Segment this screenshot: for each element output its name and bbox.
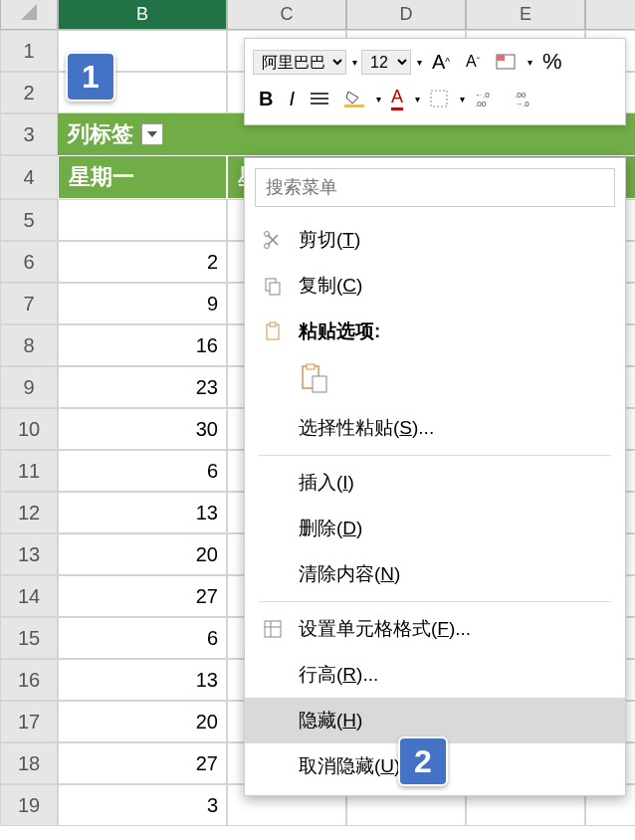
pivot-day-monday[interactable]: 星期一 — [58, 155, 227, 199]
column-header-f[interactable]: F — [585, 0, 635, 30]
border-button[interactable] — [424, 86, 454, 111]
row-header-2[interactable]: 2 — [0, 72, 58, 113]
border-icon — [430, 90, 448, 107]
fill-color-button[interactable] — [338, 86, 370, 111]
row-header-4[interactable]: 4 — [0, 155, 58, 199]
cell-b5[interactable] — [58, 199, 227, 241]
pivot-filter-button[interactable] — [141, 123, 163, 145]
chevron-down-icon: ▾ — [528, 57, 532, 68]
menu-row-height-label: 行高(R)... — [299, 662, 378, 688]
mini-toolbar: 阿里巴巴 ▾ 12 ▾ A^ Aˇ ▾ % B I ▾ A ▾ ▾ — [244, 38, 626, 125]
cell-b10[interactable]: 30 — [58, 408, 227, 450]
menu-delete[interactable]: 删除(D) — [245, 506, 625, 551]
callout-2: 2 — [398, 736, 448, 786]
callout-1: 1 — [66, 52, 115, 102]
font-size-select[interactable]: 12 — [361, 50, 411, 75]
chevron-down-icon — [147, 131, 157, 137]
chevron-down-icon: ▾ — [415, 94, 420, 105]
svg-rect-1 — [497, 55, 505, 61]
svg-text:→.0: →.0 — [515, 100, 529, 107]
row-header-3[interactable]: 3 — [0, 113, 58, 155]
row-header-9[interactable]: 9 — [0, 366, 58, 408]
menu-paste-special-label: 选择性粘贴(S)... — [299, 415, 434, 441]
menu-paste-options: 粘贴选项: — [245, 309, 625, 354]
italic-button[interactable]: I — [283, 84, 301, 114]
cell-b7[interactable]: 9 — [58, 283, 227, 324]
svg-text:.00: .00 — [475, 100, 487, 107]
cell-b16[interactable]: 13 — [58, 659, 227, 701]
align-icon — [311, 92, 328, 105]
font-name-select[interactable]: 阿里巴巴 — [253, 50, 346, 75]
svg-rect-19 — [313, 376, 326, 392]
column-header-b[interactable]: B — [58, 0, 227, 30]
cell-b11[interactable]: 6 — [58, 450, 227, 492]
menu-paste-special[interactable]: 选择性粘贴(S)... — [245, 405, 625, 451]
percent-button[interactable]: % — [536, 45, 568, 79]
row-header-7[interactable]: 7 — [0, 283, 58, 324]
row-header-8[interactable]: 8 — [0, 324, 58, 366]
menu-format-cells[interactable]: 设置单元格格式(F)... — [245, 606, 625, 652]
cell-b13[interactable]: 20 — [58, 533, 227, 575]
copy-icon — [259, 276, 287, 296]
svg-text:.00: .00 — [515, 91, 527, 100]
clipboard-icon — [259, 321, 287, 341]
menu-copy[interactable]: 复制(C) — [245, 263, 625, 309]
cell-b9[interactable]: 23 — [58, 366, 227, 408]
cell-b14[interactable]: 27 — [58, 575, 227, 617]
menu-insert[interactable]: 插入(I) — [245, 460, 625, 506]
row-header-19[interactable]: 19 — [0, 784, 58, 826]
cell-b8[interactable]: 16 — [58, 324, 227, 366]
decrease-decimal-button[interactable]: .00→.0 — [509, 86, 544, 111]
row-header-10[interactable]: 10 — [0, 408, 58, 450]
fill-icon — [344, 90, 364, 107]
merge-button[interactable] — [490, 50, 522, 74]
row-header-13[interactable]: 13 — [0, 533, 58, 575]
menu-row-height[interactable]: 行高(R)... — [245, 652, 625, 698]
cell-b18[interactable]: 27 — [58, 742, 227, 784]
increase-font-button[interactable]: A^ — [426, 47, 456, 78]
menu-cut[interactable]: 剪切(T) — [245, 217, 625, 263]
font-color-button[interactable]: A — [385, 83, 409, 114]
cell-b12[interactable]: 13 — [58, 492, 227, 533]
menu-search-input[interactable] — [255, 168, 615, 207]
increase-decimal-button[interactable]: ←.0.00 — [469, 86, 505, 111]
menu-clear-label: 清除内容(N) — [299, 561, 400, 587]
row-header-6[interactable]: 6 — [0, 241, 58, 283]
row-header-14[interactable]: 14 — [0, 575, 58, 617]
increase-decimal-icon: ←.0.00 — [475, 90, 499, 107]
svg-rect-5 — [344, 105, 364, 107]
menu-cut-label: 剪切(T) — [299, 227, 360, 253]
bold-button[interactable]: B — [253, 84, 279, 114]
scissors-icon — [259, 230, 287, 250]
row-header-16[interactable]: 16 — [0, 659, 58, 701]
cell-b15[interactable]: 6 — [58, 617, 227, 659]
menu-clear-contents[interactable]: 清除内容(N) — [245, 551, 625, 597]
row-header-12[interactable]: 12 — [0, 492, 58, 533]
select-all-corner[interactable] — [0, 0, 58, 30]
row-header-5[interactable]: 5 — [0, 199, 58, 241]
column-header-d[interactable]: D — [346, 0, 466, 30]
column-header-e[interactable]: E — [466, 0, 585, 30]
merge-icon — [496, 54, 516, 70]
menu-delete-label: 删除(D) — [299, 516, 362, 541]
menu-paste-options-label: 粘贴选项: — [299, 318, 380, 344]
cell-b17[interactable]: 20 — [58, 701, 227, 742]
paste-icon — [299, 362, 330, 394]
svg-rect-6 — [431, 91, 447, 106]
cell-b19[interactable]: 3 — [58, 784, 227, 826]
decrease-decimal-icon: .00→.0 — [515, 90, 538, 107]
row-header-17[interactable]: 17 — [0, 701, 58, 742]
decrease-font-button[interactable]: Aˇ — [460, 49, 486, 75]
svg-point-11 — [265, 244, 270, 249]
align-button[interactable] — [305, 88, 334, 109]
menu-format-cells-label: 设置单元格格式(F)... — [299, 616, 471, 642]
chevron-down-icon: ▾ — [352, 57, 357, 68]
cell-b6[interactable]: 2 — [58, 241, 227, 283]
column-header-c[interactable]: C — [227, 0, 346, 30]
svg-rect-20 — [265, 621, 281, 637]
row-header-1[interactable]: 1 — [0, 30, 58, 72]
row-header-11[interactable]: 11 — [0, 450, 58, 492]
paste-default-button[interactable] — [299, 354, 625, 405]
row-header-18[interactable]: 18 — [0, 742, 58, 784]
row-header-15[interactable]: 15 — [0, 617, 58, 659]
